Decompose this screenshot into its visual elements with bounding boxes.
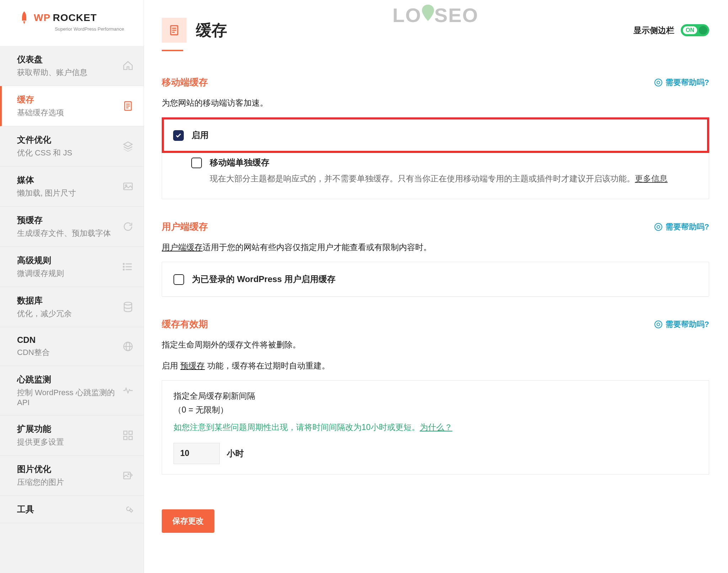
svg-point-10 xyxy=(123,266,124,267)
lifespan-input[interactable] xyxy=(173,443,220,464)
nav-title: 文件优化 xyxy=(17,134,72,145)
section-user-cache: 用户端缓存 需要帮助吗? 用户端缓存适用于您的网站有些内容仅指定用户才能查看或有… xyxy=(162,221,709,297)
nav-title: 缓存 xyxy=(17,94,64,105)
nav-sub: CDN整合 xyxy=(17,347,50,358)
nav-item-7[interactable]: CDNCDN整合 xyxy=(0,327,144,366)
svg-point-12 xyxy=(124,302,132,305)
separate-mobile-row: 移动端单独缓存 现在大部分主题都是响应式的，并不需要单独缓存。只有当你正在使用移… xyxy=(162,153,709,199)
nav-item-1[interactable]: 缓存基础缓存选项 xyxy=(0,86,144,126)
section-title: 移动端缓存 xyxy=(162,76,208,89)
nav-title: CDN xyxy=(17,335,50,345)
preload-link[interactable]: 预缓存 xyxy=(180,361,205,370)
nav-title: 图片优化 xyxy=(17,463,64,475)
nav-title: 工具 xyxy=(17,504,34,515)
nav-item-5[interactable]: 高级规则微调缓存规则 xyxy=(0,247,144,287)
section-title: 缓存有效期 xyxy=(162,318,208,330)
svg-point-11 xyxy=(123,269,124,270)
lifespan-box-sub: （0 = 无限制） xyxy=(173,404,697,415)
rocket-icon xyxy=(20,11,29,25)
refresh-icon xyxy=(122,221,134,232)
nav-title: 数据库 xyxy=(17,295,72,306)
logged-in-cache-row: 为已登录的 WordPress 用户启用缓存 xyxy=(162,262,709,296)
nav-sub: 微调缓存规则 xyxy=(17,268,64,279)
sidebar: WP ROCKET Superior WordPress Performance… xyxy=(0,0,144,573)
svg-point-26 xyxy=(655,79,662,86)
logo: WP ROCKET Superior WordPress Performance xyxy=(0,0,144,46)
nav-sub: 懒加载, 图片尺寸 xyxy=(17,188,76,198)
nav-title: 高级规则 xyxy=(17,255,64,266)
lifespan-desc1: 指定生命周期外的缓存文件将被删除。 xyxy=(162,338,709,351)
section-title: 用户端缓存 xyxy=(162,221,208,233)
section-desc: 用户端缓存适用于您的网站有些内容仅指定用户才能查看或有限制内容时。 xyxy=(162,241,709,254)
svg-rect-19 xyxy=(129,436,132,440)
lifespan-unit: 小时 xyxy=(227,448,244,459)
nav-title: 仪表盘 xyxy=(17,54,87,65)
nav-sub: 基础缓存选项 xyxy=(17,107,64,118)
section-desc: 为您网站的移动端访客加速。 xyxy=(162,96,709,110)
nav-item-9[interactable]: 扩展功能提供更多设置 xyxy=(0,415,144,456)
nav-item-8[interactable]: 心跳监测控制 WordPress 心跳监测的 API xyxy=(0,366,144,415)
globe-icon xyxy=(122,341,134,352)
main-content: LO SEO 缓存 显示侧边栏 ON 移动端缓存 需要帮助吗? xyxy=(144,0,727,573)
nav-item-3[interactable]: 媒体懒加载, 图片尺寸 xyxy=(0,166,144,207)
help-link[interactable]: 需要帮助吗? xyxy=(654,222,709,232)
svg-rect-16 xyxy=(124,431,127,434)
svg-point-27 xyxy=(657,81,660,84)
enable-mobile-label: 启用 xyxy=(192,129,209,141)
nav-item-6[interactable]: 数据库优化，减少冗余 xyxy=(0,287,144,327)
boxes-icon xyxy=(122,430,134,441)
home-icon xyxy=(122,60,134,71)
cache-header-icon xyxy=(162,18,187,43)
list-icon xyxy=(122,261,134,272)
logged-in-label: 为已登录的 WordPress 用户启用缓存 xyxy=(192,274,336,285)
why-link[interactable]: 为什么？ xyxy=(420,423,453,432)
lifespan-hint: 如您注意到某些问题周期性出现，请将时间间隔改为10小时或更短。为什么？ xyxy=(173,422,697,433)
tools-icon xyxy=(122,504,134,515)
enable-mobile-cache-row: 启用 xyxy=(162,117,709,153)
nav-item-11[interactable]: 工具 xyxy=(0,496,144,523)
nav-title: 心跳监测 xyxy=(17,374,122,385)
lifespan-desc2: 启用 预缓存 功能，缓存将在过期时自动重建。 xyxy=(162,359,709,372)
nav-title: 预缓存 xyxy=(17,214,111,226)
nav-sub: 提供更多设置 xyxy=(17,437,64,447)
separate-mobile-checkbox[interactable] xyxy=(191,158,202,168)
lifespan-box-title: 指定全局缓存刷新间隔 xyxy=(173,391,697,402)
lifespan-box: 指定全局缓存刷新间隔 （0 = 无限制） 如您注意到某些问题周期性出现，请将时间… xyxy=(162,380,709,474)
more-info-link[interactable]: 更多信息 xyxy=(635,174,668,183)
toggle-sidebar-label: 显示侧边栏 xyxy=(633,25,674,36)
logged-in-checkbox[interactable] xyxy=(173,274,184,285)
logo-wp: WP xyxy=(34,12,50,23)
heart-icon xyxy=(122,385,134,396)
nav-title: 媒体 xyxy=(17,174,76,186)
imgopt-icon xyxy=(122,470,134,481)
help-link[interactable]: 需要帮助吗? xyxy=(654,319,709,330)
db-icon xyxy=(122,301,134,313)
section-cache-lifespan: 缓存有效期 需要帮助吗? 指定生命周期外的缓存文件将被删除。 启用 预缓存 功能… xyxy=(162,318,709,474)
help-link[interactable]: 需要帮助吗? xyxy=(654,77,709,88)
user-cache-link[interactable]: 用户端缓存 xyxy=(162,243,203,252)
sidebar-toggle[interactable]: ON xyxy=(681,24,709,36)
separate-mobile-desc: 现在大部分主题都是响应式的，并不需要单独缓存。只有当你正在使用移动端专用的主题或… xyxy=(210,173,668,185)
nav-item-10[interactable]: 图片优化压缩您的图片 xyxy=(0,456,144,496)
layers-icon xyxy=(122,140,134,152)
nav-sub: 优化 CSS 和 JS xyxy=(17,148,72,158)
nav-item-0[interactable]: 仪表盘获取帮助、账户信息 xyxy=(0,46,144,86)
nav-title: 扩展功能 xyxy=(17,423,64,435)
enable-mobile-checkbox[interactable] xyxy=(173,130,184,141)
separate-mobile-title: 移动端单独缓存 xyxy=(210,157,668,168)
save-button[interactable]: 保存更改 xyxy=(162,509,214,533)
nav-sub: 生成缓存文件、预加载字体 xyxy=(17,228,111,239)
svg-rect-18 xyxy=(124,436,127,440)
doc-icon xyxy=(122,100,134,112)
svg-point-21 xyxy=(128,474,129,475)
image-icon xyxy=(122,181,134,192)
svg-point-28 xyxy=(655,223,662,230)
nav-item-4[interactable]: 预缓存生成缓存文件、预加载字体 xyxy=(0,207,144,247)
nav-item-2[interactable]: 文件优化优化 CSS 和 JS xyxy=(0,126,144,166)
tab-indicator xyxy=(162,50,183,51)
nav-sub: 控制 WordPress 心跳监测的 API xyxy=(17,387,122,407)
svg-point-9 xyxy=(123,264,124,265)
svg-rect-17 xyxy=(129,431,132,434)
pin-icon xyxy=(421,4,435,26)
section-mobile-cache: 移动端缓存 需要帮助吗? 为您网站的移动端访客加速。 启用 移动端单独缓存 现在… xyxy=(162,76,709,199)
